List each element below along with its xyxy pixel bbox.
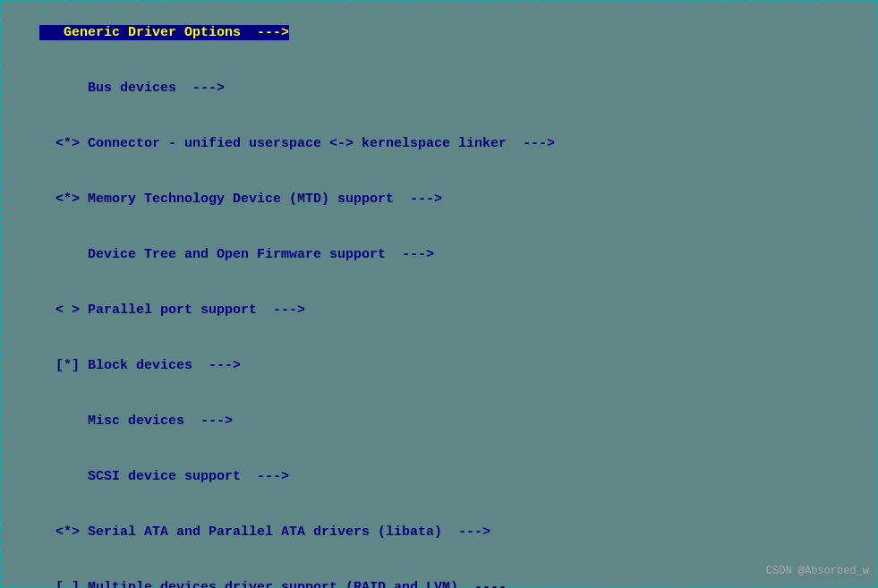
menu-item-sata[interactable]: <*> Serial ATA and Parallel ATA drivers … xyxy=(2,506,876,561)
watermark-text: CSDN @Absorbed_w xyxy=(766,564,869,579)
menu-item-misc-devices[interactable]: Misc devices ---> xyxy=(2,394,876,449)
terminal-window: Generic Driver Options ---> Bus devices … xyxy=(0,0,878,588)
menu-item-connector[interactable]: <*> Connector - unified userspace <-> ke… xyxy=(2,116,876,172)
menu-item-parallel-port[interactable]: < > Parallel port support ---> xyxy=(2,283,876,338)
menu-item-generic-driver[interactable]: Generic Driver Options ---> xyxy=(2,5,876,61)
menu-item-scsi[interactable]: SCSI device support ---> xyxy=(2,450,876,506)
menu-item-md[interactable]: [ ] Multiple devices driver support (RAI… xyxy=(2,561,876,588)
menu-item-mtd[interactable]: <*> Memory Technology Device (MTD) suppo… xyxy=(2,172,876,227)
selected-label: Generic Driver Options xyxy=(64,25,241,40)
menu-item-device-tree[interactable]: Device Tree and Open Firmware support --… xyxy=(2,227,876,283)
menu-item-block-devices[interactable]: [*] Block devices ---> xyxy=(2,338,876,394)
menu-item-bus-devices[interactable]: Bus devices ---> xyxy=(2,61,876,116)
